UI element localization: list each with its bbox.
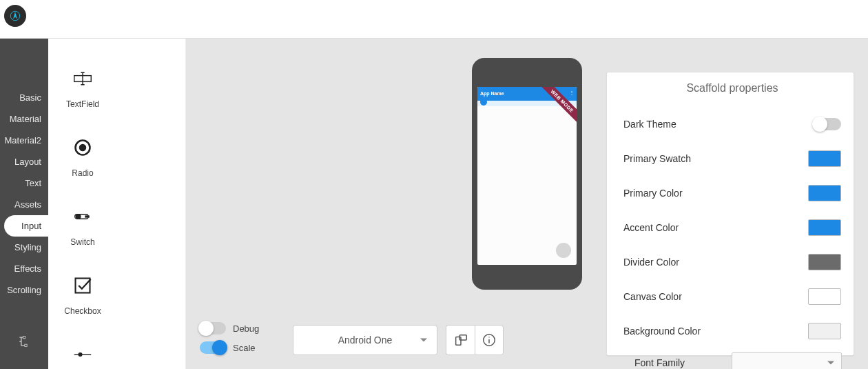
properties-title: Scaffold properties [623,82,841,94]
slider-icon [73,345,92,364]
widget-palette: TextField Radio Switch Checkbox Slider [48,39,186,369]
radio-icon [73,138,92,157]
svg-point-12 [78,352,82,357]
dark-theme-label: Dark Theme [623,119,676,130]
divider-color-label: Divider Color [623,257,679,268]
device-frame: App Name ⋮ WEB MODE [472,58,582,290]
rotate-icon [453,332,468,348]
switch-icon [74,208,92,226]
phone-fab[interactable] [556,243,571,258]
widget-tree-button[interactable] [0,335,48,348]
top-bar [0,0,868,39]
device-screen[interactable]: App Name ⋮ WEB MODE [477,87,577,265]
widget-textfield[interactable]: TextField [48,52,117,121]
svg-rect-1 [23,337,25,339]
svg-point-8 [75,214,81,219]
sidebar-item-layout[interactable]: Layout [0,151,48,172]
widget-switch[interactable]: Switch [48,190,117,259]
sidebar-item-styling[interactable]: Styling [0,237,48,258]
phone-tab-indicator [480,99,487,106]
device-dropdown[interactable]: Android One [293,325,437,355]
accent-color-label: Accent Color [623,222,679,233]
svg-rect-13 [455,337,460,345]
sidebar-item-material[interactable]: Material [0,108,48,130]
scale-label: Scale [233,343,256,353]
dark-theme-toggle[interactable] [814,118,841,130]
primary-color-label: Primary Color [623,188,683,199]
category-sidebar: Basic Material Material2 Layout Text Ass… [0,39,48,369]
textfield-icon [73,69,92,88]
sidebar-item-effects[interactable]: Effects [0,258,48,279]
sidebar-item-basic[interactable]: Basic [0,87,48,108]
device-info-button[interactable] [475,325,504,355]
phone-app-title: App Name [480,91,504,96]
svg-point-17 [488,337,489,337]
primary-color-picker[interactable] [808,185,841,201]
sidebar-item-text[interactable]: Text [0,172,48,194]
sidebar-item-assets[interactable]: Assets [0,194,48,215]
accent-color-picker[interactable] [808,219,841,236]
background-color-label: Background Color [623,326,701,337]
font-family-dropdown[interactable] [732,352,842,369]
debug-label: Debug [233,323,259,334]
info-icon [482,332,497,348]
widget-slider[interactable]: Slider [48,328,117,369]
svg-rect-9 [85,215,90,217]
web-mode-badge: WEB MODE [535,87,577,128]
divider-color-picker[interactable] [808,254,841,270]
chevron-down-icon [827,361,834,365]
primary-swatch-label: Primary Swatch [623,153,691,164]
debug-toggle[interactable] [200,322,226,335]
font-family-row: Font Family [618,352,842,369]
primary-swatch-picker[interactable] [808,150,841,167]
canvas-color-label: Canvas Color [623,291,682,302]
sidebar-item-scrolling[interactable]: Scrolling [0,279,48,301]
canvas-color-picker[interactable] [808,288,841,305]
compass-icon [9,10,21,22]
tree-icon [17,335,31,348]
font-family-label: Font Family [634,357,685,368]
properties-panel: Scaffold properties Dark Theme Primary S… [606,72,854,356]
sidebar-item-input[interactable]: Input [4,215,48,237]
svg-rect-2 [25,344,27,346]
widget-radio[interactable]: Radio [48,121,117,190]
checkbox-icon [73,276,92,295]
design-canvas[interactable]: App Name ⋮ WEB MODE Debug Scale [186,39,868,369]
svg-point-6 [79,144,87,152]
rotate-device-button[interactable] [446,325,475,355]
sidebar-item-material2[interactable]: Material2 [0,130,48,151]
canvas-toggles: Debug Scale [200,322,259,354]
widget-checkbox[interactable]: Checkbox [48,259,117,328]
svg-rect-10 [76,279,90,293]
app-logo [4,5,26,27]
chevron-down-icon [420,339,427,342]
background-color-picker[interactable] [808,323,841,339]
scale-toggle[interactable] [200,341,226,354]
